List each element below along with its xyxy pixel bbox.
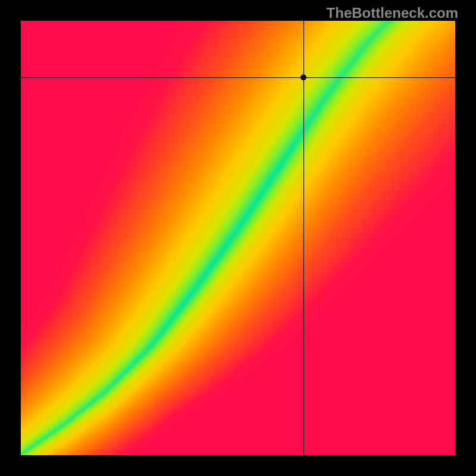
marker-dot — [300, 74, 306, 80]
heatmap-canvas — [21, 21, 455, 455]
crosshair-horizontal — [21, 77, 455, 78]
watermark-text: TheBottleneck.com — [327, 5, 458, 21]
plot-area — [21, 21, 455, 455]
crosshair-vertical — [303, 21, 304, 455]
chart-container: TheBottleneck.com — [0, 0, 476, 476]
